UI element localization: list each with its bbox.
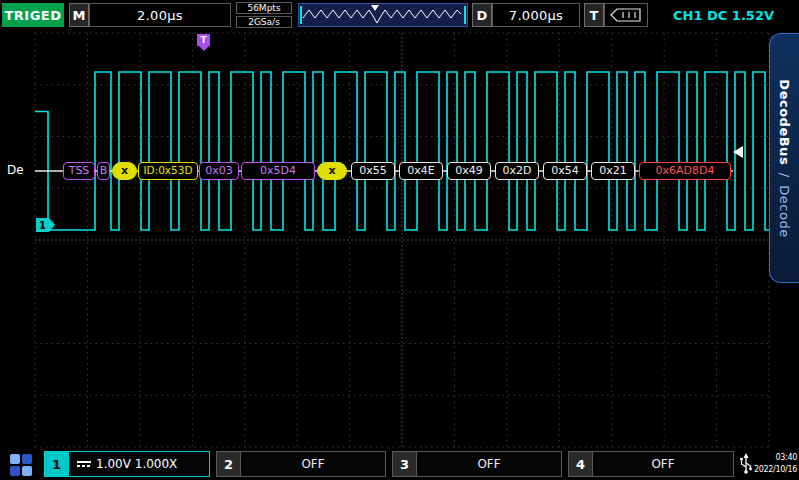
dc-coupling-icon bbox=[77, 461, 91, 467]
channel-2-status[interactable]: 2 OFF bbox=[216, 451, 386, 477]
clock: 03:40 2022/10/16 bbox=[753, 452, 797, 475]
channel-2-readout: OFF bbox=[241, 457, 385, 471]
menu-tab-secondary: Decode bbox=[777, 185, 792, 237]
trigger-position-label: T bbox=[197, 34, 210, 46]
usb-icon bbox=[739, 453, 753, 479]
channel-1-marker-label: 1 bbox=[36, 218, 49, 232]
apps-menu-button[interactable] bbox=[4, 452, 38, 477]
bus-position-arrow bbox=[733, 146, 743, 158]
channel-4-number: 4 bbox=[569, 452, 593, 476]
decode-menu-tab[interactable]: DecodeBus / Decode bbox=[769, 33, 799, 283]
menu-tab-separator: / bbox=[777, 169, 792, 180]
decode-bus-label: De bbox=[7, 163, 24, 177]
decode-menu-tab-text: DecodeBus / Decode bbox=[777, 79, 792, 237]
channel-1-readout: 1.00V 1.000X bbox=[69, 457, 177, 471]
channel-3-number: 3 bbox=[393, 452, 417, 476]
channel-3-status[interactable]: 3 OFF bbox=[392, 451, 562, 477]
graticule-and-trace bbox=[0, 0, 799, 480]
oscilloscope-screen: TRIGED M 2.00µs 56Mpts 2GSa/s D 7.000µs … bbox=[0, 0, 799, 480]
channel-1-marker-tip bbox=[49, 218, 55, 232]
channel-2-number: 2 bbox=[217, 452, 241, 476]
clock-time: 03:40 bbox=[753, 452, 797, 464]
clock-date: 2022/10/16 bbox=[753, 464, 797, 476]
channel-1-level-marker[interactable]: 1 bbox=[36, 218, 49, 232]
apps-grid-icon bbox=[10, 454, 32, 476]
channel-1-scale: 1.00V 1.000X bbox=[96, 457, 177, 471]
channel-1-number: 1 bbox=[45, 452, 69, 476]
channel-3-readout: OFF bbox=[417, 457, 561, 471]
menu-tab-primary: DecodeBus bbox=[777, 79, 792, 165]
channel-1-status[interactable]: 1 1.00V 1.000X bbox=[44, 451, 210, 477]
channel-4-status[interactable]: 4 OFF bbox=[568, 451, 734, 477]
trigger-position-marker[interactable]: T bbox=[197, 34, 210, 51]
channel-4-readout: OFF bbox=[593, 457, 733, 471]
trigger-position-tip bbox=[199, 46, 209, 51]
